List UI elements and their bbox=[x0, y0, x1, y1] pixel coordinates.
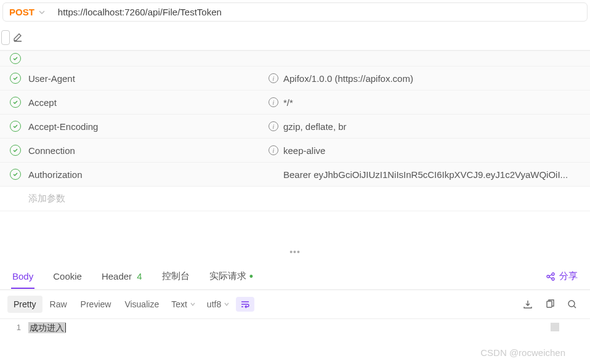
info-icon[interactable]: i bbox=[269, 73, 278, 83]
chevron-down-icon[interactable] bbox=[38, 9, 46, 16]
scrollbar-thumb[interactable] bbox=[551, 323, 559, 331]
tab-header-label: Header bbox=[102, 271, 132, 281]
tab-body[interactable]: Body bbox=[11, 265, 34, 289]
header-row[interactable]: Authorization Bearer eyJhbGciOiJIUzI1NiI… bbox=[0, 163, 590, 187]
header-key[interactable]: Accept bbox=[28, 97, 269, 108]
format-pretty-button[interactable]: Pretty bbox=[7, 296, 42, 313]
chevron-down-icon bbox=[190, 301, 196, 307]
edit-icon[interactable] bbox=[12, 32, 23, 43]
format-bar: Pretty Raw Preview Visualize Text utf8 bbox=[0, 290, 590, 319]
header-row[interactable]: Connection i keep-alive bbox=[0, 139, 590, 163]
copy-icon[interactable] bbox=[539, 295, 560, 313]
wrap-toggle-button[interactable] bbox=[236, 297, 254, 312]
encoding-select[interactable]: utf8 bbox=[202, 296, 235, 313]
checkmark-icon[interactable] bbox=[10, 121, 21, 132]
checkmark-icon[interactable] bbox=[10, 97, 21, 108]
response-body-area[interactable]: 1 成功进入 bbox=[0, 319, 590, 338]
svg-point-2 bbox=[552, 278, 554, 280]
placeholder-box[interactable] bbox=[1, 30, 10, 45]
checkmark-icon[interactable] bbox=[10, 73, 21, 84]
format-raw-button[interactable]: Raw bbox=[44, 296, 73, 313]
info-icon[interactable]: i bbox=[269, 145, 278, 155]
checkmark-icon[interactable] bbox=[10, 145, 21, 156]
header-value[interactable]: Apifox/1.0.0 (https://apifox.com) bbox=[283, 73, 580, 84]
response-text: 成功进入 bbox=[28, 322, 65, 333]
svg-point-0 bbox=[547, 275, 549, 278]
header-key[interactable]: Authorization bbox=[28, 169, 269, 180]
drag-handle-icon[interactable]: ••• bbox=[0, 246, 590, 258]
header-row-partial[interactable] bbox=[0, 51, 590, 67]
svg-rect-3 bbox=[547, 301, 552, 307]
header-key[interactable]: User-Agent bbox=[28, 73, 269, 84]
tab-console[interactable]: 控制台 bbox=[161, 264, 191, 289]
share-button[interactable]: 分享 bbox=[544, 264, 579, 289]
header-row[interactable]: Accept-Encoding i gzip, deflate, br bbox=[0, 115, 590, 139]
info-icon[interactable]: i bbox=[269, 97, 278, 107]
format-visualize-button[interactable]: Visualize bbox=[118, 296, 165, 313]
header-key[interactable]: Connection bbox=[28, 145, 269, 156]
header-value[interactable]: Bearer eyJhbGciOiJIUzI1NiIsInR5cCI6IkpXV… bbox=[283, 169, 580, 180]
headers-panel: User-Agent i Apifox/1.0.0 (https://apifo… bbox=[0, 50, 590, 211]
response-line[interactable]: 成功进入 bbox=[28, 323, 66, 334]
line-number: 1 bbox=[0, 323, 28, 334]
header-row[interactable]: User-Agent i Apifox/1.0.0 (https://apifo… bbox=[0, 67, 590, 91]
tab-header[interactable]: Header 4 bbox=[100, 265, 143, 289]
search-icon[interactable] bbox=[562, 295, 583, 313]
url-bar: POST https://localhost:7260/api/File/Tes… bbox=[2, 2, 588, 22]
content-type-select[interactable]: Text bbox=[166, 296, 201, 313]
svg-point-4 bbox=[568, 301, 575, 307]
url-input[interactable]: https://localhost:7260/api/File/TestToke… bbox=[58, 7, 581, 17]
share-label: 分享 bbox=[559, 270, 578, 282]
header-key[interactable]: Accept-Encoding bbox=[28, 121, 269, 132]
response-tabs: Body Cookie Header 4 控制台 实际请求 • 分享 bbox=[0, 258, 590, 290]
info-icon[interactable]: i bbox=[269, 121, 278, 131]
content-type-label: Text bbox=[171, 299, 187, 309]
header-count-badge: 4 bbox=[137, 271, 142, 281]
http-method-select[interactable]: POST bbox=[9, 7, 34, 17]
share-icon bbox=[546, 272, 556, 281]
secondary-toolbar bbox=[0, 24, 590, 50]
header-value[interactable]: keep-alive bbox=[283, 145, 580, 156]
add-param-row[interactable]: 添加参数 bbox=[0, 187, 590, 211]
header-row[interactable]: Accept i */* bbox=[0, 91, 590, 115]
tab-actual-request[interactable]: 实际请求 • bbox=[208, 264, 254, 289]
add-param-placeholder[interactable]: 添加参数 bbox=[28, 193, 269, 204]
header-value[interactable]: gzip, deflate, br bbox=[283, 121, 580, 132]
tab-cookie[interactable]: Cookie bbox=[52, 265, 83, 289]
checkmark-icon[interactable] bbox=[10, 53, 21, 64]
svg-point-1 bbox=[552, 273, 554, 275]
status-dot-icon: • bbox=[246, 270, 253, 283]
encoding-label: utf8 bbox=[207, 299, 221, 309]
tab-actual-request-label: 实际请求 bbox=[209, 270, 246, 281]
header-value[interactable]: */* bbox=[283, 97, 580, 108]
chevron-down-icon bbox=[224, 301, 230, 307]
download-icon[interactable] bbox=[517, 295, 538, 313]
checkmark-icon[interactable] bbox=[10, 169, 21, 180]
format-preview-button[interactable]: Preview bbox=[75, 296, 118, 313]
